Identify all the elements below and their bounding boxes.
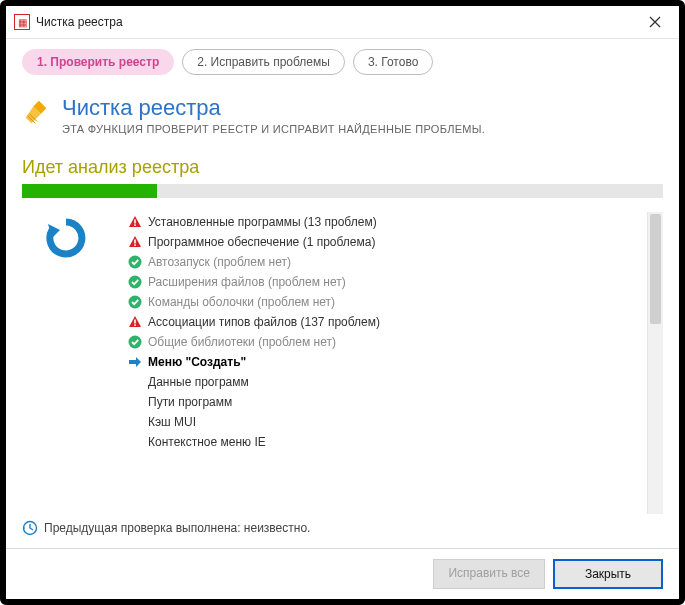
scan-item-label: Общие библиотеки (проблем нет) [148, 332, 336, 352]
scan-item-label: Автозапуск (проблем нет) [148, 252, 291, 272]
scrollbar-thumb[interactable] [650, 214, 661, 324]
scan-item: Кэш MUI [128, 412, 663, 432]
close-button[interactable]: Закрыть [553, 559, 663, 589]
history-icon [22, 520, 38, 536]
wizard-step-2[interactable]: 2. Исправить проблемы [182, 49, 345, 75]
svg-rect-0 [134, 220, 136, 224]
scan-item-label: Установленные программы (13 проблем) [148, 212, 377, 232]
window-title: Чистка реестра [36, 15, 123, 29]
wizard-step-3[interactable]: 3. Готово [353, 49, 433, 75]
page-title: Чистка реестра [62, 97, 485, 119]
svg-rect-7 [134, 320, 136, 324]
scan-item-label: Пути программ [148, 392, 232, 412]
scan-item-label: Контекстное меню IE [148, 432, 266, 452]
scan-item: Данные программ [128, 372, 663, 392]
status-text: Идет анализ реестра [22, 157, 663, 178]
scan-item-label: Меню "Создать" [148, 352, 246, 372]
scan-item-label: Ассоциации типов файлов (137 проблем) [148, 312, 380, 332]
warn-icon [128, 235, 142, 249]
scan-item: Программное обеспечение (1 проблема) [128, 232, 663, 252]
wizard-step-1[interactable]: 1. Проверить реестр [22, 49, 174, 75]
svg-rect-3 [134, 244, 136, 246]
broom-icon [22, 97, 52, 127]
svg-rect-1 [134, 224, 136, 226]
scan-item-label: Расширения файлов (проблем нет) [148, 272, 346, 292]
warn-icon [128, 215, 142, 229]
scrollbar[interactable] [647, 212, 663, 514]
ok-icon [128, 255, 142, 269]
app-icon: ▦ [14, 14, 30, 30]
scan-item-label: Кэш MUI [148, 412, 196, 432]
spinner-icon [44, 216, 88, 260]
previous-check-text: Предыдущая проверка выполнена: неизвестн… [44, 521, 310, 535]
scan-item: Контекстное меню IE [128, 432, 663, 452]
ok-icon [128, 275, 142, 289]
arrow-icon [128, 355, 142, 369]
close-icon[interactable] [639, 10, 671, 34]
scan-list: Установленные программы (13 проблем)Прог… [128, 212, 663, 452]
page-subtitle: ЭТА ФУНКЦИЯ ПРОВЕРИТ РЕЕСТР И ИСПРАВИТ Н… [62, 123, 485, 135]
progress-bar [22, 184, 663, 198]
scan-item: Установленные программы (13 проблем) [128, 212, 663, 232]
scan-item: Команды оболочки (проблем нет) [128, 292, 663, 312]
svg-rect-2 [134, 240, 136, 244]
scan-item-label: Данные программ [148, 372, 249, 392]
scan-item: Ассоциации типов файлов (137 проблем) [128, 312, 663, 332]
ok-icon [128, 335, 142, 349]
scan-item: Меню "Создать" [128, 352, 663, 372]
scan-item: Расширения файлов (проблем нет) [128, 272, 663, 292]
fix-all-button: Исправить все [433, 559, 545, 589]
scan-item-label: Программное обеспечение (1 проблема) [148, 232, 375, 252]
svg-rect-8 [134, 324, 136, 326]
scan-item: Автозапуск (проблем нет) [128, 252, 663, 272]
ok-icon [128, 295, 142, 309]
progress-fill [22, 184, 157, 198]
scan-item: Пути программ [128, 392, 663, 412]
scan-item: Общие библиотеки (проблем нет) [128, 332, 663, 352]
scan-item-label: Команды оболочки (проблем нет) [148, 292, 335, 312]
wizard-steps: 1. Проверить реестр2. Исправить проблемы… [22, 49, 663, 75]
warn-icon [128, 315, 142, 329]
